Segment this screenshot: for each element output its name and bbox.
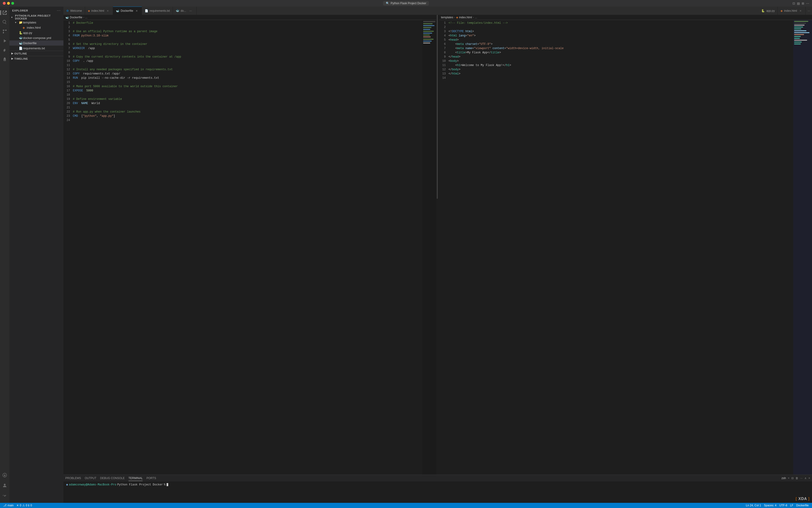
svg-rect-26 [794,40,807,41]
svg-rect-25 [794,38,800,39]
tab-app-py[interactable]: 🐍 app.py [759,7,778,15]
window-controls[interactable] [3,2,14,5]
code-line-13: 13 COPY requirements.txt /app/ [63,72,436,76]
close-index-icon[interactable]: × [106,9,110,13]
status-encoding[interactable]: UTF-8 [778,504,789,507]
terminal-trash-icon[interactable]: 🗑 [796,476,798,480]
svg-rect-10 [423,33,432,34]
activity-explorer[interactable] [0,8,9,17]
svg-rect-19 [794,27,803,28]
activity-search[interactable] [0,18,9,26]
terminal-close-icon[interactable]: × [809,476,810,480]
code-line-21: 21 [63,105,436,110]
status-branch[interactable]: ⎇ main [2,503,15,508]
txt-tab-icon: 📄 [145,9,148,12]
outline-section: ▶ OUTLINE [9,51,63,56]
status-position[interactable]: Ln 24, Col 1 [744,504,763,507]
layout-icon[interactable]: ⊡ [793,2,795,5]
tab-index-html[interactable]: ◈ index.html × [85,7,113,15]
explorer-more[interactable]: ··· [57,8,60,13]
code-line-12: 12 # Install any needed packages specifi… [63,68,436,72]
sidebar-item-requirements[interactable]: 📄 requirements.txt [9,46,63,51]
close-index-right-icon[interactable]: × [798,9,803,13]
html-tab-icon: ◈ [88,9,90,12]
dockerfile-scrollbar[interactable] [436,15,438,475]
terminal-add-icon[interactable]: + [788,476,789,480]
terminal-content[interactable]: ◉ adamconway@Adams-MacBook-Pro Python Fl… [63,481,812,503]
close-dockerfile-icon[interactable]: × [135,9,139,13]
sidebar-item-app-py[interactable]: 🐍 app.py [9,30,63,35]
tab-terminal[interactable]: TERMINAL [129,475,143,481]
maximize-button[interactable] [11,2,14,5]
dockerfile-editor: 🐋 Dockerfile › ... 1 # Dockerfile 2 [63,15,436,475]
svg-rect-27 [794,42,802,43]
index-html-content[interactable]: 1 <!-- File: templates/index.html --> 2 … [439,20,812,475]
outline-header[interactable]: ▶ OUTLINE [9,51,63,56]
tab-ports[interactable]: PORTS [146,475,156,481]
status-line-ending[interactable]: LF [789,504,795,507]
project-root[interactable]: ▾ PYTHON FLASK PROJECT DOCKER [9,14,63,20]
activity-bar [0,7,9,503]
tab-output[interactable]: OUTPUT [85,475,96,481]
activity-remote[interactable] [0,471,9,479]
xda-left-bracket: [ [796,497,797,501]
more-icon[interactable]: ⋯ [806,2,809,5]
status-bar: ⎇ main ✕ 0 ⚠ 0 ℹ 0 Ln 24, Col 1 Spaces: … [0,503,812,508]
tab-bar-more[interactable]: ··· [806,7,812,15]
sidebar-item-templates[interactable]: ▾ 📁 templates [9,20,63,25]
minimize-button[interactable] [7,2,10,5]
html-line-8: 8 <title>My Flask App</title> [439,50,812,55]
warning-icon: ⚠ [22,504,25,507]
status-errors[interactable]: ✕ 0 ⚠ 0 ℹ 0 [15,503,33,508]
timeline-header[interactable]: ▶ TIMELINE [9,56,63,61]
outline-arrow-icon: ▶ [11,52,13,55]
terminal-more-icon[interactable]: ··· [800,476,803,480]
activity-source-control[interactable] [0,27,9,36]
tab-welcome[interactable]: ⚙ Welcome [63,7,85,15]
tab-dockerfile[interactable]: 🐋 Dockerfile × [113,7,142,15]
activity-testing[interactable] [0,55,9,64]
svg-rect-5 [423,23,433,24]
tab-requirements[interactable]: 📄 requirements.txt [142,7,173,15]
tab-debug-console[interactable]: DEBUG CONSOLE [100,475,125,481]
activity-run[interactable] [0,37,9,45]
svg-rect-22 [794,32,809,33]
tab-requirements-label: requirements.txt [149,9,170,12]
scrollbar-thumb[interactable] [437,15,438,199]
activity-account[interactable] [0,481,9,490]
bc-index-label: index.html [459,16,472,19]
html-line-9: 9 </head> [439,55,812,59]
tab-problems[interactable]: PROBLEMS [65,475,81,481]
timeline-arrow-icon: ▶ [11,57,13,60]
tab-index-html-right[interactable]: ◈ index.html × [778,7,806,15]
activity-extensions[interactable] [0,46,9,54]
terminal-area: PROBLEMS OUTPUT DEBUG CONSOLE TERMINAL P… [63,475,812,503]
svg-rect-14 [423,41,432,42]
tab-more-icon[interactable]: ··· [187,9,194,12]
dockerfile-content[interactable]: 1 # Dockerfile 2 3 # Use an official Pyt… [63,20,436,475]
panel-icon[interactable]: ⊞ [802,2,804,5]
html-line-2: 2 [439,25,812,29]
terminal-collapse-icon[interactable]: ∧ [805,476,807,480]
sidebar-item-dockerfile[interactable]: 🐋 Dockerfile [9,40,63,46]
svg-rect-6 [423,25,434,26]
sidebar-item-index-html[interactable]: ◈ index.html [9,25,63,30]
xda-right-bracket: ] [808,497,810,501]
code-line-2: 2 [63,25,436,29]
sidebar-icon[interactable]: ▤ [797,2,800,5]
activity-settings[interactable] [0,492,9,500]
status-language[interactable]: Dockerfile [795,504,810,507]
search-bar[interactable]: 🔍 Python Flask Project Docker [383,1,429,6]
html-line-1: 1 <!-- File: templates/index.html --> [439,21,812,25]
dockerfile-label: Dockerfile [23,41,63,45]
docker-file-icon: 🐋 [19,41,23,45]
status-spaces[interactable]: Spaces: 4 [762,504,778,507]
html-line-3: 3 <!DOCTYPE html> [439,29,812,34]
close-button[interactable] [3,2,6,5]
sidebar-item-docker-compose[interactable]: 🐳 docker-compose.yml [9,35,63,40]
terminal-split-icon[interactable]: ⊟ [791,476,794,480]
sidebar: Explorer ··· ▾ PYTHON FLASK PROJECT DOCK… [9,7,63,503]
code-line-16: 16 # Make port 5000 available to the wor… [63,84,436,89]
code-line-9: 9 # Copy the current directory contents … [63,55,436,59]
tab-docker-compose[interactable]: 🐳 do... ··· [173,7,197,15]
